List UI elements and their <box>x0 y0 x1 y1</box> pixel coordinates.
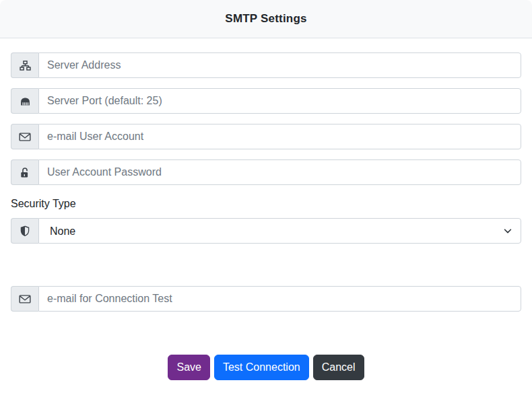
dialog-body: Security Type None <box>0 38 532 380</box>
security-type-label: Security Type <box>11 198 521 210</box>
dialog-title: SMTP Settings <box>225 12 306 26</box>
unlock-icon <box>11 159 38 185</box>
server-address-input[interactable] <box>38 52 521 78</box>
envelope-icon <box>11 124 38 149</box>
shield-icon <box>11 218 38 244</box>
email-test-input[interactable] <box>38 286 521 312</box>
email-test-group <box>11 286 521 312</box>
envelope-icon <box>11 286 38 312</box>
security-type-group: None <box>11 218 521 244</box>
dialog-header: SMTP Settings <box>0 0 532 38</box>
server-port-group <box>11 88 521 114</box>
password-input[interactable] <box>38 159 521 185</box>
security-type-select-wrap: None <box>38 218 521 244</box>
email-account-input[interactable] <box>38 124 521 149</box>
save-button[interactable]: Save <box>168 355 209 380</box>
server-port-input[interactable] <box>38 88 521 114</box>
button-row: Save Test Connection Cancel <box>11 355 521 380</box>
network-diagram-icon <box>11 52 38 78</box>
email-account-group <box>11 124 521 149</box>
test-connection-button[interactable]: Test Connection <box>214 355 309 380</box>
security-type-select[interactable]: None <box>38 218 521 244</box>
ethernet-port-icon <box>11 88 38 114</box>
password-group <box>11 159 521 185</box>
cancel-button[interactable]: Cancel <box>313 355 364 380</box>
server-address-group <box>11 52 521 78</box>
smtp-settings-dialog: SMTP Settings <box>0 0 532 395</box>
